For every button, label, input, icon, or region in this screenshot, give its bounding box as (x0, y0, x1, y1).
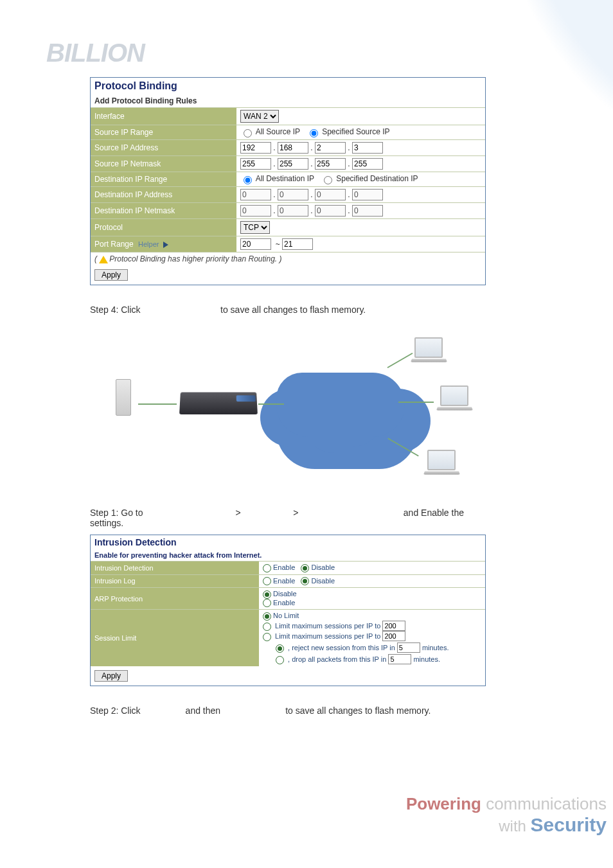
pc-icon (116, 379, 141, 424)
cloud-icon (276, 373, 405, 450)
session-limit2-radio[interactable] (263, 633, 271, 641)
apply-button[interactable]: Apply (94, 269, 128, 281)
row-dstmask-label: Destination IP Netmask (91, 203, 236, 219)
row-session-label: Session Limit (91, 610, 259, 666)
dstaddr-4 (352, 189, 383, 200)
session-drop-radio[interactable] (276, 656, 284, 664)
srcaddr-1[interactable] (240, 142, 271, 154)
brand-logo: BILLION (46, 39, 145, 67)
log-enable-text: Enable (273, 577, 295, 585)
row-dstrange-label: Destination IP Range (91, 172, 236, 187)
laptop2-icon (437, 385, 472, 411)
footer-security: Security (531, 814, 607, 835)
detection-disable-text: Disable (311, 563, 335, 571)
src-all-radio-label[interactable]: All Source IP (240, 127, 300, 136)
warning-icon (99, 256, 108, 263)
srcaddr-3[interactable] (315, 142, 346, 154)
session-drop-pre: , drop all packets from this IP in (288, 655, 386, 663)
log-enable-radio[interactable] (263, 577, 271, 585)
step1-text: Step 1: Go to > > and Enable the setting… (90, 508, 486, 528)
arp-disable-text: Disable (273, 590, 297, 598)
arp-enable-text: Enable (273, 599, 295, 607)
session-drop-suf: minutes. (413, 655, 440, 663)
port-from[interactable] (240, 238, 271, 250)
port-to[interactable] (282, 238, 313, 250)
src-spec-radio[interactable] (310, 129, 318, 137)
srcmask-4[interactable] (352, 158, 383, 170)
dstmask-1 (240, 205, 271, 217)
arp-enable-radio[interactable] (263, 599, 271, 607)
step4-text: Step 4: Click to save all changes to fla… (90, 305, 486, 315)
priority-note: ( Protocol Binding has higher priority t… (91, 252, 485, 266)
row-srcrange-label: Source IP Range (91, 125, 236, 140)
srcmask-3[interactable] (315, 158, 346, 170)
intrusion-subhead: Enable for preventing hacker attack from… (91, 549, 485, 561)
dstmask-2 (278, 205, 308, 217)
dstaddr-3 (315, 189, 346, 200)
row-interface-label: Interface (91, 108, 236, 125)
detection-enable-radio[interactable] (263, 564, 271, 572)
laptop3-icon (424, 450, 459, 475)
session-reject-input[interactable] (397, 642, 420, 653)
protocol-binding-panel: Protocol Binding Add Protocol Binding Ru… (90, 77, 486, 285)
protocol-select[interactable]: TCP (240, 221, 270, 234)
dstmask-3 (315, 205, 346, 217)
log-disable-radio[interactable] (301, 577, 309, 585)
portrange-text: Port Range (94, 240, 134, 249)
src-all-radio[interactable] (244, 129, 252, 137)
srcmask-2[interactable] (278, 158, 308, 170)
dst-all-radio-label[interactable]: All Destination IP (240, 174, 314, 183)
dst-spec-text: Specified Destination IP (336, 174, 418, 183)
srcaddr-4[interactable] (352, 142, 383, 154)
helper-link[interactable]: Helper (138, 240, 168, 248)
intrusion-form: Intrusion Detection Enable Disable Intru… (91, 561, 485, 666)
arrow-cloud-l1 (387, 353, 413, 368)
interface-select[interactable]: WAN 2 (240, 110, 279, 123)
footer-with: with (499, 817, 530, 835)
session-limit2-input[interactable] (382, 631, 405, 641)
session-limit1-text: Limit maximum sessions per IP to (275, 622, 380, 630)
router-icon (179, 393, 258, 414)
dst-all-text: All Destination IP (256, 174, 314, 183)
protocol-binding-form: Interface WAN 2 Source IP Range All Sour… (91, 107, 485, 265)
arp-disable-radio[interactable] (263, 590, 271, 599)
intrusion-title: Intrusion Detection (91, 535, 485, 549)
detection-disable-radio[interactable] (301, 564, 309, 572)
session-limit1-radio[interactable] (263, 623, 271, 631)
intrusion-panel: Intrusion Detection Enable for preventin… (90, 535, 486, 686)
session-limit1-input[interactable] (382, 621, 405, 631)
session-limit2-text: Limit maximum sessions per IP to (275, 632, 380, 640)
row-detection-label: Intrusion Detection (91, 562, 259, 575)
session-reject-radio[interactable] (276, 644, 284, 653)
srcmask-1[interactable] (240, 158, 271, 170)
session-nolimit-text: No Limit (273, 612, 299, 619)
dst-all-radio[interactable] (244, 176, 252, 184)
arrow-pc-router (138, 403, 177, 405)
detection-enable-text: Enable (273, 563, 295, 571)
src-spec-radio-label[interactable]: Specified Source IP (306, 127, 390, 136)
session-reject-pre: , reject new session from this IP in (288, 644, 395, 651)
helper-text: Helper (138, 240, 159, 248)
srcaddr-2[interactable] (278, 142, 308, 154)
session-reject-suf: minutes. (422, 644, 449, 651)
dst-spec-radio-label[interactable]: Specified Destination IP (321, 174, 418, 183)
main-content: Protocol Binding Add Protocol Binding Ru… (90, 77, 486, 722)
src-all-text: All Source IP (256, 127, 300, 136)
laptop1-icon (411, 337, 447, 363)
footer-slogan: Powering communications with Security (406, 794, 607, 836)
row-log-label: Intrusion Log (91, 574, 259, 588)
panel-title: Protocol Binding (91, 78, 485, 94)
dstaddr-2 (278, 189, 308, 200)
footer-comm: communications (481, 794, 607, 813)
session-nolimit-radio[interactable] (263, 612, 271, 621)
network-diagram (90, 328, 486, 488)
row-dstaddr-label: Destination IP Address (91, 187, 236, 203)
dstmask-4 (352, 205, 383, 217)
dst-spec-radio[interactable] (324, 176, 332, 184)
row-portrange-label: Port Range Helper (91, 236, 236, 252)
step2-text: Step 2: Click and then to save all chang… (90, 705, 486, 716)
session-drop-input[interactable] (388, 654, 411, 664)
src-spec-text: Specified Source IP (322, 127, 389, 136)
intrusion-apply-button[interactable]: Apply (94, 670, 128, 682)
row-arp-label: ARP Protection (91, 588, 259, 610)
